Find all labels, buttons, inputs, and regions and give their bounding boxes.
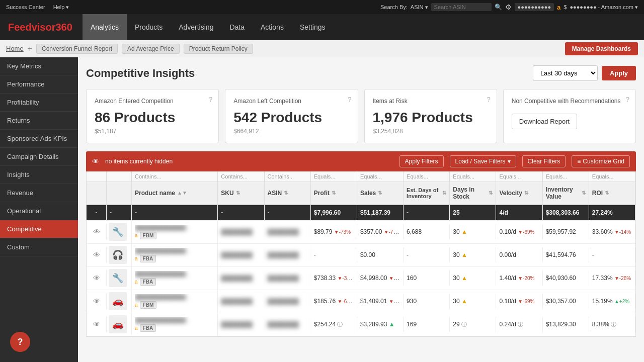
td-sku: ████████: [218, 248, 264, 262]
td-inv-value: $13,829.30: [543, 317, 589, 332]
td-eye[interactable]: 👁: [87, 293, 107, 309]
sort-icon: ⇅: [605, 190, 609, 196]
profit-change: ▼-37%: [337, 275, 354, 282]
th-est-days[interactable]: Est. Days of Inventory ⇅: [404, 182, 450, 204]
th-sku[interactable]: SKU ⇅: [218, 182, 264, 204]
th-asin[interactable]: ASIN ⇅: [265, 182, 311, 204]
load-save-filters-button[interactable]: Load / Save Filters ▾: [450, 155, 516, 167]
td-sales: $3,289.93 ▲: [357, 317, 404, 332]
top-bar-left: Success Center Help ▾: [6, 4, 69, 11]
product-image: 🎧: [109, 246, 127, 264]
support-button[interactable]: ?: [10, 332, 30, 352]
nav-settings[interactable]: Settings: [292, 14, 334, 40]
filter-cell-profit[interactable]: Equals...: [311, 171, 357, 182]
sidebar-item-performance[interactable]: Performance: [0, 75, 78, 94]
table-row: 👁 🚗 ████████████████ a FBA ████████ ████…: [87, 313, 635, 336]
manage-dashboards-button[interactable]: Manage Dashboards: [565, 42, 638, 55]
info-icon[interactable]: ?: [626, 96, 629, 103]
apply-button[interactable]: Apply: [602, 66, 636, 80]
eye-toggle-icon[interactable]: 👁: [93, 228, 100, 236]
filter-cell-roi[interactable]: Equals...: [589, 171, 635, 182]
td-velocity: 0.00/d: [496, 247, 542, 262]
info-icon[interactable]: ?: [487, 96, 491, 103]
td-eye[interactable]: 👁: [87, 316, 107, 332]
metric-card-items-at-risk: Items at Risk 1,976 Products $3,254,828 …: [364, 89, 497, 143]
metric-card-value: 1,976 Products: [373, 110, 489, 126]
apply-filters-button[interactable]: Apply Filters: [399, 155, 444, 167]
td-eye[interactable]: 👁: [87, 247, 107, 263]
nav-products[interactable]: Products: [127, 14, 171, 40]
td-product-name: ████████████████ a FBA: [132, 244, 218, 266]
th-roi[interactable]: ROI ⇅: [589, 182, 635, 204]
sidebar-item-campaign-details[interactable]: Campaign Details: [0, 148, 78, 166]
sidebar-item-insights[interactable]: Insights: [0, 166, 78, 184]
td-days-stock: 30 ▲: [450, 270, 496, 286]
settings-icon[interactable]: ⚙: [505, 3, 512, 11]
sidebar-item-operational[interactable]: Operational: [0, 202, 78, 220]
eye-toggle-icon[interactable]: 👁: [93, 297, 100, 305]
roi-change: ▼-14%: [614, 229, 631, 235]
info-icon: ⓘ: [461, 321, 467, 327]
breadcrumb-tab-2[interactable]: Ad Average Price: [122, 44, 180, 54]
customize-grid-button[interactable]: ≡ Customize Grid: [572, 155, 630, 167]
amazon-icon: a: [135, 325, 138, 331]
download-report-button[interactable]: Download Report: [512, 114, 577, 129]
add-tab-button[interactable]: +: [28, 44, 32, 53]
sidebar-item-custom[interactable]: Custom: [0, 238, 78, 256]
eye-toggle-icon[interactable]: 👁: [93, 274, 100, 282]
td-eye[interactable]: 👁: [87, 224, 107, 240]
sidebar-item-key-metrics[interactable]: Key Metrics: [0, 57, 78, 75]
breadcrumb-home[interactable]: Home: [6, 45, 24, 52]
filter-cell-inv-value[interactable]: Equals...: [543, 171, 589, 182]
td-asin: -: [265, 205, 311, 220]
th-inv-value[interactable]: Inventory Value ⇅: [543, 182, 589, 204]
date-range-select[interactable]: Last 30 days Last 7 days Last 90 days Cu…: [533, 65, 598, 81]
product-name-text: ████████████████: [135, 248, 195, 254]
success-center-link[interactable]: Success Center: [6, 4, 45, 10]
info-icon[interactable]: ?: [209, 96, 212, 103]
nav-actions[interactable]: Actions: [253, 14, 292, 40]
td-eye[interactable]: 👁: [87, 270, 107, 286]
search-type-select[interactable]: ASIN ▾: [411, 4, 428, 11]
amazon-account[interactable]: ●●●●●●●● - Amazon.com ▾: [570, 4, 638, 11]
info-icon[interactable]: ?: [348, 96, 351, 103]
breadcrumb-tab-3[interactable]: Product Return Policy: [184, 44, 253, 54]
nav-bar: Feedvisor360 Analytics Products Advertis…: [0, 14, 644, 40]
sidebar-item-profitability[interactable]: Profitability: [0, 94, 78, 112]
eye-toggle-icon[interactable]: 👁: [93, 251, 100, 259]
th-profit[interactable]: Profit ⇅: [311, 182, 357, 204]
td-inv-value: $308,303.66: [543, 205, 589, 220]
th-product-name[interactable]: Product name ▲▼: [132, 182, 218, 204]
nav-data[interactable]: Data: [221, 14, 253, 40]
td-thumbnail: 🚗: [107, 290, 132, 312]
nav-analytics[interactable]: Analytics: [83, 14, 127, 40]
metric-card-value: 542 Products: [233, 110, 349, 126]
filter-cell-asin[interactable]: Contains...: [265, 171, 311, 182]
breadcrumb-tab-1[interactable]: Conversion Funnel Report: [36, 44, 118, 54]
search-icon[interactable]: 🔍: [495, 4, 502, 11]
filter-cell-sales[interactable]: Equals...: [357, 171, 404, 182]
account-selector[interactable]: ●●●●●●●●●●: [515, 3, 554, 11]
filter-cell-velocity[interactable]: Equals...: [496, 171, 542, 182]
sidebar: Key Metrics Performance Profitability Re…: [0, 57, 78, 362]
filter-cell-sku[interactable]: Contains...: [218, 171, 264, 182]
th-days-stock[interactable]: Days in Stock ⇅: [450, 182, 496, 204]
nav-advertising[interactable]: Advertising: [171, 14, 221, 40]
filter-cell-days-stock[interactable]: Equals...: [450, 171, 496, 182]
td-days-stock: 30 ▲: [450, 247, 496, 262]
clear-filters-button[interactable]: Clear Filters: [522, 155, 566, 167]
sidebar-item-revenue[interactable]: Revenue: [0, 184, 78, 202]
sidebar-item-sponsored-ads[interactable]: Sponsored Ads KPIs: [0, 130, 78, 148]
filter-cell-est-days[interactable]: Equals...: [404, 171, 450, 182]
filter-cell-product[interactable]: Contains...: [132, 171, 218, 182]
th-sales[interactable]: Sales ⇅: [357, 182, 404, 204]
td-velocity: 1.40/d ▼-20%: [496, 270, 542, 286]
help-menu[interactable]: Help ▾: [53, 4, 69, 11]
th-velocity[interactable]: Velocity ⇅: [496, 182, 542, 204]
sidebar-item-returns[interactable]: Returns: [0, 112, 78, 130]
search-input[interactable]: [431, 3, 492, 11]
sort-icon: ⇅: [284, 190, 288, 196]
sidebar-item-competitive[interactable]: Competitive: [0, 220, 78, 238]
eye-toggle-icon[interactable]: 👁: [93, 320, 100, 328]
logo[interactable]: Feedvisor360: [8, 22, 72, 33]
